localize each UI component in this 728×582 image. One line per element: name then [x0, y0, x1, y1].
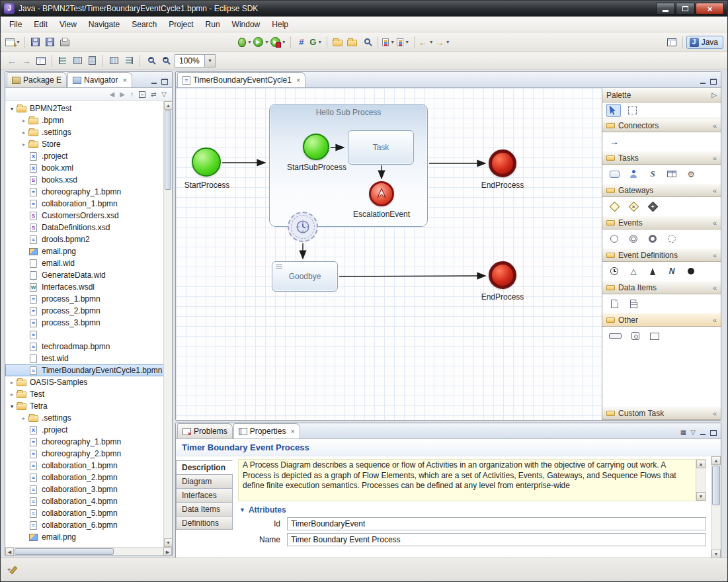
open-resource-button[interactable] [331, 35, 345, 50]
tree-item[interactable]: ≈collaboration_2.bpmn [5, 472, 172, 483]
tree-horizontal-scrollbar[interactable]: ◀ ▶ [5, 547, 172, 556]
tree-item[interactable]: ≈collaboration_1.bpmn [5, 460, 172, 472]
tab-package-explorer[interactable]: Package E [7, 72, 67, 87]
tree-item[interactable]: test.wid [5, 353, 172, 364]
data-object-tool[interactable] [609, 298, 620, 310]
tree-item[interactable]: email.png [5, 531, 172, 543]
tab-editor[interactable]: ≈ TimerBoundaryEventCycle1 × [177, 72, 305, 87]
name-field-input[interactable] [287, 533, 706, 546]
back-icon[interactable]: ◀ [110, 91, 115, 98]
tree-item[interactable]: ≈choreography_1.bpmn [5, 436, 172, 448]
drawer-connectors[interactable]: Connectors« [602, 118, 721, 132]
business-rule-task-tool[interactable] [667, 168, 677, 180]
tree-item[interactable]: ▸Store [5, 138, 172, 150]
expander-icon[interactable]: ▸ [8, 392, 16, 397]
terminate-definition-tool[interactable] [686, 265, 696, 277]
tree-item[interactable]: SDataDefinitions.xsd [5, 222, 172, 233]
layout-horizontal-button[interactable] [70, 54, 85, 68]
end-event-tool[interactable] [647, 233, 658, 245]
zoom-level-combo[interactable]: 100% ▼ [175, 54, 216, 67]
palette-header[interactable]: Palette ▷ [602, 88, 721, 103]
layout-tree-button[interactable] [56, 54, 70, 68]
nav-left-button[interactable]: ← [5, 54, 19, 68]
tab-navigator[interactable]: Navigator × [67, 72, 132, 87]
snapshot-button[interactable] [34, 54, 48, 68]
java-perspective-button[interactable]: J Java [686, 36, 723, 49]
browser-button[interactable]: G▼ [309, 35, 323, 50]
forward-icon[interactable]: ▶ [120, 91, 125, 98]
tree-item[interactable]: X.project [5, 424, 172, 436]
tab-diagram[interactable]: Diagram [176, 474, 233, 488]
maximize-view-icon[interactable] [161, 79, 168, 85]
collapse-palette-icon[interactable]: ▷ [711, 91, 717, 99]
tree-vertical-scrollbar[interactable]: ▲ ▼ [163, 101, 172, 547]
forward-history-button[interactable]: →▼ [434, 35, 451, 50]
tree-item[interactable]: X.project [5, 150, 172, 162]
message-tool[interactable] [630, 330, 641, 342]
menu-view[interactable]: View [54, 18, 83, 31]
collapse-all-icon[interactable] [139, 91, 145, 98]
tree-item[interactable]: SCustomersOrders.xsd [5, 210, 172, 222]
description-scrollbar[interactable]: ▲ ▼ [696, 460, 706, 501]
exclusive-gateway-tool[interactable] [609, 200, 620, 212]
close-tab-icon[interactable]: × [290, 427, 294, 435]
new-wizard-button[interactable]: ▼ [5, 35, 21, 50]
tree-item[interactable]: ▸.settings [5, 126, 172, 138]
grid-visibility-button[interactable] [106, 54, 121, 68]
expander-icon[interactable]: ▸ [20, 415, 28, 421]
drawer-events[interactable]: Events« [602, 216, 721, 229]
minimize-button[interactable] [656, 3, 675, 15]
parallel-gateway-tool[interactable]: + [647, 200, 658, 212]
drawer-gateways[interactable]: Gateways« [602, 183, 721, 197]
prev-annotation-button[interactable]: ▼ [396, 35, 411, 50]
tree-item[interactable]: ▸OASIS-Samples [5, 376, 172, 388]
diagram-canvas[interactable]: Hello Sub Process StartProcess StartSubP… [176, 88, 602, 420]
nav-right-button[interactable]: → [19, 54, 34, 68]
scroll-up-icon[interactable]: ▲ [164, 101, 172, 110]
drawer-other[interactable]: Other« [602, 313, 721, 327]
user-task-tool[interactable] [628, 168, 639, 180]
open-type-button[interactable]: # [294, 35, 309, 50]
tree-item[interactable]: ≈process_1.bpmn [5, 293, 172, 305]
tree-item[interactable]: ≈collaboration_3.bpmn [5, 483, 172, 495]
tree-item[interactable]: ≈collaboration_4.bpmn [5, 495, 172, 507]
view-menu-icon[interactable]: ▽ [161, 91, 167, 98]
data-store-tool[interactable] [628, 298, 639, 310]
link-with-editor-icon[interactable]: ⇄ [151, 91, 156, 98]
menu-navigate[interactable]: Navigate [83, 18, 126, 31]
scroll-left-icon[interactable]: ◀ [5, 548, 14, 556]
sequence-flow[interactable] [339, 276, 485, 276]
task-tool[interactable] [609, 168, 620, 180]
pin-view-icon[interactable]: ▦ [680, 429, 686, 436]
scroll-up-icon[interactable]: ▲ [696, 460, 706, 468]
tab-definitions[interactable]: Definitions [176, 516, 233, 530]
tree-item[interactable]: ≈choreography_2.bpmn [5, 448, 172, 460]
tree-item[interactable]: ▸Test [5, 388, 172, 400]
drawer-tasks[interactable]: Tasks« [602, 151, 721, 165]
search-button[interactable] [360, 35, 374, 50]
close-tab-icon[interactable]: × [122, 76, 126, 84]
zoom-in-button[interactable]: + [157, 54, 172, 68]
tree-item[interactable]: ≈choreography_1.bpmn [5, 186, 172, 198]
scroll-down-icon[interactable]: ▼ [164, 538, 172, 547]
event-gateway-tool[interactable]: × [628, 200, 639, 212]
tree-item[interactable]: ≈techroadmap.bpmn [5, 341, 172, 353]
tree-item[interactable]: ▾Tetra [5, 400, 172, 412]
title-bar[interactable]: J Java - BPMN2Test/TimerBoundaryEventCyc… [1, 1, 727, 17]
group-tool[interactable] [649, 330, 660, 342]
expander-icon[interactable]: ▾ [8, 403, 16, 409]
tree-item[interactable]: ≈ [5, 329, 172, 341]
boundary-event-tool[interactable] [667, 233, 677, 245]
start-event-tool[interactable] [609, 233, 620, 245]
tree-item[interactable]: email.png [5, 245, 172, 257]
next-annotation-button[interactable]: ▼ [382, 35, 396, 50]
expander-icon[interactable]: ▸ [20, 142, 28, 147]
service-task-tool[interactable]: ⚙ [686, 168, 696, 180]
tree-item[interactable]: ≈drools.bpmn2 [5, 233, 172, 245]
view-menu-icon[interactable]: ▽ [690, 429, 696, 436]
menu-window[interactable]: Window [226, 18, 266, 31]
open-perspective-button[interactable] [665, 35, 679, 50]
script-task-tool[interactable]: S [647, 168, 658, 180]
tree-item[interactable]: ≈collaboration_6.bpmn [5, 519, 172, 531]
tab-interfaces[interactable]: Interfaces [176, 488, 233, 502]
